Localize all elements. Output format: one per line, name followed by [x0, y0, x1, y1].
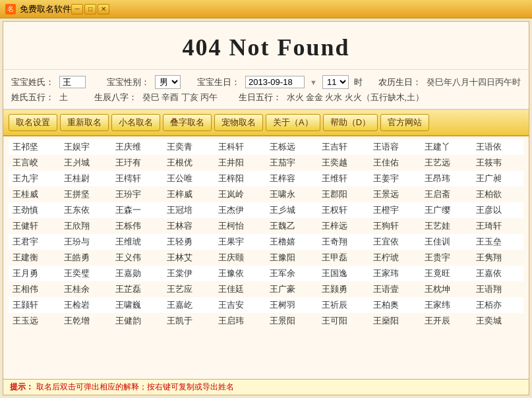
- name-cell[interactable]: 王井阳: [214, 155, 266, 171]
- name-cell[interactable]: 王芷磊: [111, 281, 163, 297]
- name-cell[interactable]: 王公唯: [163, 171, 214, 186]
- toolbar-btn-取名设置[interactable]: 取名设置: [9, 114, 57, 131]
- name-cell[interactable]: 王颢轩: [9, 297, 60, 313]
- name-cell[interactable]: 王吉安: [214, 297, 266, 313]
- name-cell[interactable]: 王家玮: [369, 266, 421, 281]
- name-cell[interactable]: 王启斋: [421, 186, 472, 202]
- name-cell[interactable]: 王彦以: [472, 202, 523, 218]
- name-cell[interactable]: 王广豪: [266, 281, 317, 297]
- name-cell[interactable]: 王凯于: [163, 313, 214, 329]
- name-cell[interactable]: 王桂尉: [60, 171, 111, 186]
- name-cell[interactable]: 王啸巍: [111, 297, 163, 313]
- toolbar-btn-帮助D[interactable]: 帮助（D）: [323, 114, 378, 131]
- name-cell[interactable]: 王柏奥: [369, 297, 421, 313]
- toolbar-btn-宠物取名[interactable]: 宠物取名: [214, 114, 263, 131]
- name-cell[interactable]: 王奇翔: [318, 234, 369, 250]
- name-cell[interactable]: 王维轩: [318, 171, 369, 186]
- name-cell[interactable]: 王林艾: [163, 250, 214, 266]
- name-cell[interactable]: 王语依: [472, 139, 523, 155]
- name-cell[interactable]: 王健轩: [9, 218, 60, 234]
- name-cell[interactable]: 王语翔: [472, 281, 523, 297]
- birthday-input[interactable]: [245, 76, 305, 88]
- name-cell[interactable]: 王科轩: [214, 139, 266, 155]
- name-cell[interactable]: 王义伟: [111, 250, 163, 266]
- name-cell[interactable]: 王君宇: [9, 234, 60, 250]
- name-cell[interactable]: 王栎远: [266, 139, 317, 155]
- name-cell[interactable]: 王隽翔: [472, 250, 523, 266]
- name-cell[interactable]: 王乾增: [60, 313, 111, 329]
- name-cell[interactable]: 王玉远: [9, 313, 60, 329]
- name-cell[interactable]: 王柯怡: [214, 218, 266, 234]
- name-cell[interactable]: 王佳训: [421, 234, 472, 250]
- name-cell[interactable]: 王维琥: [111, 234, 163, 250]
- name-cell[interactable]: 王豫依: [214, 266, 266, 281]
- name-cell[interactable]: 王军余: [266, 266, 317, 281]
- name-cell[interactable]: 王橙宇: [369, 202, 421, 218]
- name-cell[interactable]: 王广缨: [421, 202, 472, 218]
- name-cell[interactable]: 王桂余: [60, 281, 111, 297]
- name-cell[interactable]: 王拼坚: [60, 186, 111, 202]
- name-cell[interactable]: 王东依: [60, 202, 111, 218]
- name-cell[interactable]: 王景阳: [266, 313, 317, 329]
- name-cell[interactable]: 王佳廷: [214, 281, 266, 297]
- name-cell[interactable]: 王艺应: [163, 281, 214, 297]
- name-cell[interactable]: 王景远: [369, 186, 421, 202]
- name-cell[interactable]: 王娱宇: [60, 139, 111, 155]
- name-cell[interactable]: 王艺娃: [421, 218, 472, 234]
- name-cell[interactable]: 王棠伊: [163, 266, 214, 281]
- maximize-button[interactable]: □: [84, 4, 96, 14]
- name-cell[interactable]: 王嘉依: [472, 266, 523, 281]
- toolbar-btn-重新取名[interactable]: 重新取名: [60, 114, 109, 131]
- name-cell[interactable]: 王权轩: [318, 202, 369, 218]
- name-cell[interactable]: 王梓远: [318, 218, 369, 234]
- name-cell[interactable]: 王劲慎: [9, 202, 60, 218]
- name-cell[interactable]: 王建衡: [9, 250, 60, 266]
- name-cell[interactable]: 王欣翔: [60, 218, 111, 234]
- name-cell[interactable]: 王奕越: [318, 155, 369, 171]
- name-cell[interactable]: 王颢勇: [318, 281, 369, 297]
- name-cell[interactable]: 王启玮: [214, 313, 266, 329]
- name-cell[interactable]: 王轻勇: [163, 234, 214, 250]
- name-cell[interactable]: 王樗轩: [111, 171, 163, 186]
- name-cell[interactable]: 王可阳: [318, 313, 369, 329]
- name-cell[interactable]: 王月勇: [9, 266, 60, 281]
- name-cell[interactable]: 王梓阳: [214, 171, 266, 186]
- toolbar-btn-小名取名[interactable]: 小名取名: [111, 114, 160, 131]
- name-cell[interactable]: 王橹嬉: [266, 234, 317, 250]
- names-table-area[interactable]: 王祁坚王娱宇王庆维王奕青王科轩王栎远王吉轩王语容王建丫王语依王言峧王爿城王玗有王…: [3, 136, 529, 379]
- toolbar-btn-关于A[interactable]: 关于（A）: [266, 114, 320, 131]
- name-cell[interactable]: 王嘉屹: [163, 297, 214, 313]
- name-cell[interactable]: 王根优: [163, 155, 214, 171]
- name-cell[interactable]: 王郡阳: [318, 186, 369, 202]
- name-cell[interactable]: 王嘉勋: [111, 266, 163, 281]
- name-cell[interactable]: 王桂威: [9, 186, 60, 202]
- name-cell[interactable]: 王林容: [163, 218, 214, 234]
- name-cell[interactable]: 王燊阳: [369, 313, 421, 329]
- name-cell[interactable]: 王言峧: [9, 155, 60, 171]
- surname-input[interactable]: [59, 76, 86, 88]
- name-cell[interactable]: 王艺远: [421, 155, 472, 171]
- name-cell[interactable]: 王树羽: [266, 297, 317, 313]
- close-button[interactable]: ✕: [98, 4, 109, 14]
- name-cell[interactable]: 王爿城: [60, 155, 111, 171]
- name-cell[interactable]: 王柏欲: [472, 186, 523, 202]
- hour-select[interactable]: 11: [322, 75, 349, 89]
- name-cell[interactable]: 王栎伟: [111, 218, 163, 234]
- name-cell[interactable]: 王九宇: [9, 171, 60, 186]
- name-cell[interactable]: 王杰伊: [214, 202, 266, 218]
- name-cell[interactable]: 王庆颐: [214, 250, 266, 266]
- name-cell[interactable]: 王彡城: [266, 202, 317, 218]
- name-cell[interactable]: 王祈辰: [318, 297, 369, 313]
- name-cell[interactable]: 王奕璧: [60, 266, 111, 281]
- name-cell[interactable]: 王玗有: [111, 155, 163, 171]
- name-cell[interactable]: 王豫阳: [266, 250, 317, 266]
- name-cell[interactable]: 王家纬: [421, 297, 472, 313]
- name-cell[interactable]: 王奕青: [163, 139, 214, 155]
- name-cell[interactable]: 王贵宇: [421, 250, 472, 266]
- name-cell[interactable]: 王健韵: [111, 313, 163, 329]
- name-cell[interactable]: 王国逸: [318, 266, 369, 281]
- name-cell[interactable]: 王姜宇: [369, 171, 421, 186]
- minimize-button[interactable]: ─: [71, 4, 83, 14]
- name-cell[interactable]: 王竟旺: [421, 266, 472, 281]
- name-cell[interactable]: 王梓容: [266, 171, 317, 186]
